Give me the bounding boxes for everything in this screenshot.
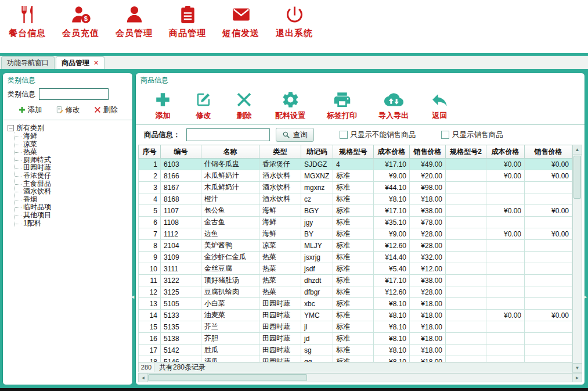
horizontal-scroll-thumb[interactable] — [148, 374, 307, 381]
ingredient-settings-button[interactable]: 配料设置 — [275, 90, 305, 121]
tab-close-icon[interactable]: ✕ — [93, 60, 99, 66]
tree-item[interactable]: 香烟 — [23, 196, 129, 204]
category-field-row: 类别信息 — [3, 86, 132, 102]
table-row[interactable]: 71112边鱼海鲜BY标准¥9.00¥28.00¥0.00¥0.00 — [139, 228, 572, 240]
column-header[interactable]: 类型 — [259, 145, 301, 159]
checkbox-icon[interactable] — [441, 131, 449, 139]
table-cell: ¥5.40 — [374, 263, 410, 275]
table-row[interactable]: 51107包公鱼海鲜BGY标准¥17.10¥38.00¥0.00¥0.00 — [139, 205, 572, 217]
table-cell: 3109 — [161, 252, 201, 263]
table-cell: 芥胆 — [201, 333, 259, 345]
column-header[interactable]: 编号 — [161, 145, 201, 159]
tree-item[interactable]: 酒水饮料 — [23, 188, 129, 196]
vertical-scrollbar[interactable]: ▲ ▼ — [572, 145, 582, 373]
tree-item[interactable]: 田园时蔬 — [23, 164, 129, 172]
tree-item[interactable]: 热菜 — [23, 148, 129, 156]
tree-item[interactable]: 厨师特式 — [23, 156, 129, 164]
table-cell: 8 — [139, 240, 161, 252]
table-cell: ¥18.00 — [410, 193, 446, 205]
toolbar-item-exit-system[interactable]: 退出系统 — [273, 4, 316, 39]
checkbox-icon[interactable] — [340, 131, 348, 139]
action-label: 导入导出 — [378, 110, 409, 121]
table-cell — [486, 345, 525, 356]
column-header[interactable]: 销售价格 — [410, 145, 446, 159]
table-cell: ¥28.00 — [410, 240, 446, 252]
table-row[interactable]: 113122顶好猪肚汤热菜dhzdt标准¥17.10¥38.00 — [139, 275, 572, 286]
table-cell: 豆腐扒蛤肉 — [201, 286, 259, 298]
column-header[interactable]: 助记码 — [301, 145, 333, 159]
table-row[interactable]: 135105小白菜田园时蔬xbc标准¥8.10¥18.00 — [139, 298, 572, 310]
table-row[interactable]: 165138芥胆田园时蔬jd标准¥8.10¥18.00 — [139, 333, 572, 345]
table-cell: 包公鱼 — [201, 205, 259, 217]
toolbar-item-sms-send[interactable]: 短信发送 — [219, 4, 262, 39]
table-cell — [486, 298, 525, 310]
column-header[interactable]: 成本价格 — [486, 145, 525, 159]
category-edit-button[interactable]: 修改 — [56, 105, 80, 115]
table-cell: ¥0.00 — [525, 205, 572, 217]
category-add-button[interactable]: 添加 — [18, 105, 42, 115]
vertical-scroll-thumb[interactable] — [573, 156, 581, 199]
column-header[interactable]: 名称 — [201, 145, 259, 159]
tree-item[interactable]: 海鲜 — [23, 132, 129, 141]
table-cell: ¥12.00 — [410, 263, 446, 275]
table-cell — [486, 252, 525, 263]
table-row[interactable]: 61108金古鱼海鲜jgy标准¥35.10¥78.00 — [139, 217, 572, 228]
table-row[interactable]: 82104美炉酱鸭凉菜MLJY标准¥12.60¥28.00 — [139, 240, 572, 252]
return-button[interactable]: 返回 — [430, 90, 449, 121]
table-row[interactable]: 93109金沙虾仁金瓜热菜jsxrjg标准¥14.40¥32.00 — [139, 252, 572, 263]
tree-item[interactable]: 其他项目 — [23, 211, 129, 220]
table-cell: 1108 — [161, 217, 201, 228]
edit-button[interactable]: 修改 — [194, 90, 213, 121]
table-cell — [525, 182, 572, 193]
table-cell: 田园时蔬 — [259, 345, 301, 356]
tree-item[interactable]: 1配料 — [23, 220, 129, 228]
table-row[interactable]: 145133油麦菜田园时蔬YMC标准¥8.10¥18.00¥0.00¥0.00 — [139, 310, 572, 321]
table-row[interactable]: 16103什锦冬瓜盅香浓煲仔SJDGZ4¥17.10¥49.00¥0.00¥0.… — [139, 159, 572, 170]
table-row[interactable]: 175142胜瓜田园时蔬sg标准¥8.10¥18.00 — [139, 345, 572, 356]
horizontal-scrollbar[interactable]: ◄ ► — [138, 373, 582, 382]
tree-item[interactable]: 临时品项 — [23, 203, 129, 211]
table-row[interactable]: 185146清瓜田园时蔬qg标准¥8.10¥18.00 — [139, 356, 572, 363]
scroll-up-arrow[interactable]: ▲ — [573, 145, 582, 155]
toolbar-item-product-management[interactable]: 商品管理 — [166, 4, 209, 39]
table-row[interactable]: 38167木瓜鲜奶汁酒水饮料mgxnz标准¥44.10¥98.00 — [139, 182, 572, 193]
table-cell: ¥18.00 — [410, 345, 446, 356]
tree-item[interactable]: 香浓煲仔 — [23, 172, 129, 180]
column-header[interactable]: 成本价格 — [374, 145, 410, 159]
checkbox-unsellable-only[interactable]: 只显示不能销售商品 — [340, 130, 416, 140]
toolbar-item-member-recharge[interactable]: $ 会员充值 — [59, 4, 102, 39]
scroll-down-arrow[interactable]: ▼ — [573, 363, 582, 372]
column-header[interactable]: 规格型号 — [333, 145, 374, 159]
category-name-input[interactable] — [39, 88, 109, 100]
table-row[interactable]: 48168橙汁酒水饮料cz标准¥8.10¥18.00 — [139, 193, 572, 205]
tab-product-management[interactable]: 商品管理 ✕ — [56, 56, 104, 69]
query-button[interactable]: 查询 — [276, 128, 314, 142]
table-row[interactable]: 103111金丝豆腐热菜jsdf标准¥5.40¥12.00 — [139, 263, 572, 275]
add-button[interactable]: 添加 — [153, 90, 172, 121]
tree-item[interactable]: 主食甜品 — [23, 180, 129, 188]
table-cell: 胜瓜 — [201, 345, 259, 356]
product-search-input[interactable] — [186, 128, 270, 141]
column-header[interactable]: 序号 — [139, 145, 161, 159]
table-row[interactable]: 155135芥兰田园时蔬jl标准¥8.10¥18.00 — [139, 321, 572, 333]
tree-collapse-icon[interactable] — [8, 125, 14, 131]
right-splitter-collapse-icon[interactable]: ► — [583, 295, 588, 300]
import-export-button[interactable]: 导入导出 — [378, 90, 409, 121]
toolbar-item-table-info[interactable]: 餐台信息 — [6, 4, 49, 39]
label-print-button[interactable]: 标签打印 — [327, 90, 357, 121]
column-header[interactable]: 销售价格 — [525, 145, 572, 159]
delete-button[interactable]: 删除 — [235, 90, 254, 121]
scroll-left-arrow[interactable]: ◄ — [139, 374, 148, 382]
tree-item[interactable]: 凉菜 — [23, 141, 129, 149]
table-cell: 金沙虾仁金瓜 — [201, 252, 259, 263]
toolbar-item-member-management[interactable]: 会员管理 — [113, 4, 156, 39]
table-row[interactable]: 123125豆腐扒蛤肉热菜dfbgr标准¥12.60¥28.00 — [139, 286, 572, 298]
column-header[interactable]: 规格型号2 — [446, 145, 486, 159]
scroll-right-arrow[interactable]: ► — [572, 374, 582, 382]
left-splitter-collapse-icon[interactable]: ◄ — [130, 295, 135, 300]
category-delete-button[interactable]: 删除 — [93, 105, 118, 115]
tab-function-nav[interactable]: 功能导航窗口 — [1, 56, 55, 69]
tree-root-item[interactable]: 所有类别 — [8, 124, 129, 132]
table-row[interactable]: 28166木瓜鲜奶汁酒水饮料MGXNZ标准¥9.00¥20.00¥0.00¥0.… — [139, 170, 572, 182]
checkbox-sellable-only[interactable]: 只显示销售商品 — [441, 130, 503, 140]
